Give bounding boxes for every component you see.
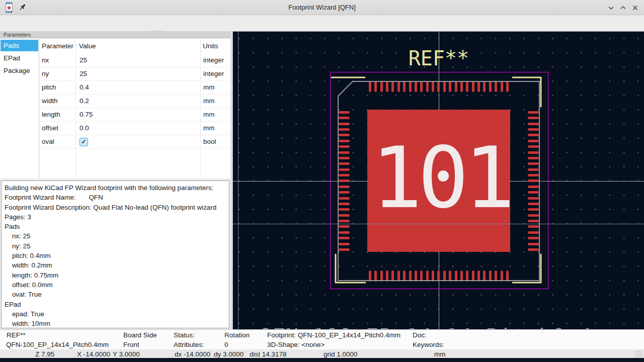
smd-pad: [460, 81, 463, 92]
status-field: Front: [123, 341, 139, 348]
smd-pad: [528, 191, 539, 194]
status-field: REF**: [7, 331, 26, 339]
cursor-crosshair-vertical: [238, 32, 238, 330]
cell[interactable]: 0.2: [79, 95, 89, 108]
smd-pad: [528, 157, 539, 159]
cell[interactable]: 25: [79, 67, 87, 81]
cell[interactable]: 0.4: [79, 81, 89, 95]
page-item-package[interactable]: Package: [1, 65, 38, 76]
cell[interactable]: ny: [42, 67, 49, 81]
param-row-oval[interactable]: oval✓bool: [39, 135, 230, 149]
minimize-button[interactable]: [607, 4, 615, 12]
smd-pad: [460, 270, 463, 282]
toolbar: [0, 15, 644, 31]
status-field: 0: [224, 341, 228, 348]
status-field: Doc:: [413, 331, 427, 339]
cell[interactable]: offset: [42, 122, 58, 135]
smd-pad: [489, 81, 492, 92]
cell[interactable]: integer: [203, 54, 224, 67]
smd-pad: [339, 203, 350, 205]
cell[interactable]: bool: [203, 135, 216, 149]
status-field: mm: [434, 350, 446, 358]
cell[interactable]: 0.0: [79, 122, 89, 135]
smd-pad: [501, 81, 503, 92]
param-row-pitch[interactable]: pitch0.4mm: [39, 81, 230, 95]
param-row-width[interactable]: width0.2mm: [39, 95, 230, 108]
smd-pad: [432, 270, 434, 282]
cell[interactable]: pitch: [42, 81, 56, 95]
smd-pad: [386, 81, 388, 92]
smd-pad: [339, 197, 350, 200]
smd-pad: [380, 270, 383, 282]
cell[interactable]: mm: [203, 122, 215, 135]
status-field: Attributes:: [174, 341, 204, 348]
resize-grip[interactable]: [635, 350, 642, 357]
reference-designator-text: REF**: [233, 47, 644, 70]
smd-pad: [506, 270, 509, 282]
cell[interactable]: 0.75: [79, 108, 93, 122]
parameters-panel: Parameters PadsEPadPackage Parameter Val…: [0, 31, 230, 329]
smd-pad: [528, 186, 539, 188]
close-button[interactable]: [631, 4, 639, 12]
page-list[interactable]: PadsEPadPackage: [0, 39, 39, 178]
footprint-wizard-window: Footprint Wizard [QFN]: [0, 0, 644, 362]
smd-pad: [339, 140, 350, 142]
smd-pad: [483, 81, 486, 92]
param-row-offset[interactable]: offset0.0mm: [39, 122, 230, 135]
param-row-ny[interactable]: ny25integer: [39, 67, 230, 81]
status-field: Board Side: [123, 331, 157, 339]
param-row-length[interactable]: length0.75mm: [39, 108, 230, 122]
smd-pad: [426, 270, 429, 282]
smd-pad: [339, 151, 350, 154]
cell[interactable]: nx: [42, 54, 49, 67]
smd-pad: [528, 140, 539, 142]
console-output[interactable]: Building new KiCad FP Wizard footprint w…: [1, 180, 229, 328]
smd-pad: [339, 231, 350, 234]
cell[interactable]: mm: [203, 81, 215, 95]
smd-pad: [339, 191, 350, 194]
smd-pad: [374, 270, 377, 282]
smd-pad: [339, 162, 350, 165]
status-field: dy 3.0000: [214, 350, 244, 358]
page-item-epad[interactable]: EPad: [1, 52, 38, 64]
cell[interactable]: 25: [79, 54, 87, 67]
cell[interactable]: mm: [203, 95, 215, 108]
status-field: grid 1.0000: [324, 350, 358, 358]
status-field: Rotation: [224, 331, 250, 339]
smd-pad: [403, 270, 406, 282]
parameters-panel-title: Parameters: [0, 31, 230, 38]
column-header-units: Units: [203, 39, 218, 54]
param-row-nx[interactable]: nx25integer: [39, 54, 230, 67]
smd-pad: [339, 220, 350, 222]
cell[interactable]: length: [42, 108, 60, 122]
column-header-value: Value: [79, 39, 96, 54]
parameter-table[interactable]: Parameter Value Units nx25integerny25int…: [39, 39, 230, 178]
smd-pad: [339, 117, 350, 119]
oval-checkbox[interactable]: ✓: [79, 138, 88, 146]
smd-pad: [397, 81, 400, 92]
status-field: 3D-Shape: <none>: [267, 341, 325, 348]
cell[interactable]: mm: [203, 108, 215, 122]
smd-pad: [380, 81, 383, 92]
smd-pad: [528, 214, 539, 217]
status-field: QFN-100_EP_14x14_Pitch0.4mm: [6, 341, 109, 348]
maximize-button[interactable]: [619, 4, 627, 12]
smd-pad: [432, 81, 434, 92]
smd-pad: [528, 208, 539, 211]
cell[interactable]: integer: [203, 67, 224, 81]
smd-pad: [528, 168, 539, 171]
cell[interactable]: oval: [42, 135, 54, 149]
smd-pad: [501, 270, 503, 282]
smd-pad: [528, 248, 539, 251]
smd-pad: [455, 270, 457, 282]
smd-pad: [386, 270, 388, 282]
smd-pad: [528, 111, 539, 114]
cell[interactable]: width: [42, 95, 58, 108]
smd-pad: [528, 197, 539, 200]
smd-pad: [339, 214, 350, 217]
titlebar[interactable]: Footprint Wizard [QFN]: [0, 0, 644, 15]
smd-pad: [528, 237, 539, 239]
cursor-crosshair-horizontal: [233, 224, 644, 224]
canvas-viewport[interactable]: 101 REF** QFN-100_EP_14x14_Pitch0.4mm: [232, 31, 644, 330]
page-item-pads[interactable]: Pads: [1, 40, 38, 51]
